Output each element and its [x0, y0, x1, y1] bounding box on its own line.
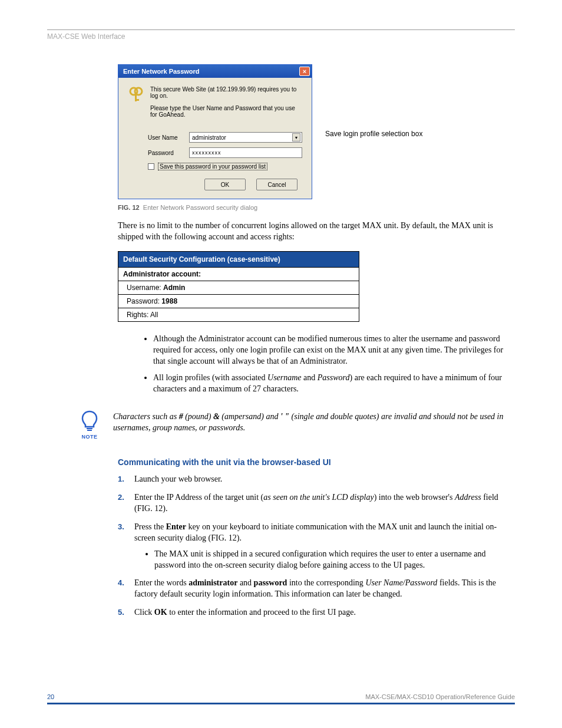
dialog-title: Enter Network Password	[123, 68, 200, 75]
page-header: MAX-CSE Web Interface	[47, 32, 515, 41]
step-item: Launch your web browser.	[118, 474, 513, 485]
cancel-button[interactable]: Cancel	[256, 179, 297, 190]
list-item: All login profiles (with associated User…	[153, 373, 513, 395]
page-number: 20	[47, 693, 54, 700]
table-row: Administrator account:	[118, 267, 359, 281]
list-item: The MAX unit is shipped in a secured con…	[154, 549, 513, 571]
step-item: Press the Enter key on your keyboard to …	[118, 522, 513, 571]
save-password-checkbox[interactable]	[148, 163, 154, 170]
callout-text: Save login profile selection box	[325, 130, 422, 139]
username-value: administrator	[192, 134, 226, 141]
dialog-line1: This secure Web Site (at 192.199.99.99) …	[150, 86, 302, 99]
note-text: Characters such as # (pound) & (ampersan…	[113, 409, 513, 434]
section-heading: Communicating with the unit via the brow…	[118, 457, 513, 467]
steps-list: Launch your web browser.Enter the IP Add…	[118, 474, 513, 618]
table-row: Password: 1988	[118, 294, 359, 308]
page-footer: 20 MAX-CSE/MAX-CSD10 Operation/Reference…	[47, 693, 515, 704]
list-item: Although the Administrator account can b…	[153, 334, 513, 367]
table-row: Username: Admin	[118, 281, 359, 294]
chevron-down-icon[interactable]: ▼	[292, 133, 300, 141]
info-bullets: Although the Administrator account can b…	[153, 334, 513, 395]
step-item: Click OK to enter the information and pr…	[118, 607, 513, 618]
dialog-titlebar: Enter Network Password ×	[118, 65, 312, 78]
figure-caption: FIG. 12 Enter Network Password security …	[118, 204, 513, 211]
doc-title: MAX-CSE/MAX-CSD10 Operation/Reference Gu…	[365, 693, 515, 700]
username-input[interactable]: administrator ▼	[189, 132, 302, 143]
table-row: Rights: All	[118, 308, 359, 321]
table-header: Default Security Configuration (case-sen…	[118, 251, 359, 267]
key-icon	[128, 86, 144, 124]
password-label: Password	[148, 150, 183, 156]
note-icon: NOTE	[77, 409, 103, 440]
dialog-line2: Please type the User Name and Password t…	[150, 105, 302, 118]
default-config-table: Default Security Configuration (case-sen…	[118, 251, 359, 322]
svg-rect-3	[135, 99, 139, 101]
note-label: NOTE	[77, 434, 103, 440]
intro-paragraph: There is no limit to the number of concu…	[118, 220, 513, 243]
ok-button[interactable]: OK	[204, 179, 246, 190]
password-value: xxxxxxxxx	[192, 150, 300, 156]
username-label: User Name	[148, 134, 183, 141]
password-input[interactable]: xxxxxxxxx	[189, 147, 302, 158]
save-password-label: Save this password in your password list	[158, 163, 267, 170]
step-item: Enter the IP Address of the target unit …	[118, 492, 513, 515]
svg-point-1	[135, 88, 142, 95]
close-icon[interactable]: ×	[299, 67, 310, 76]
login-dialog: Enter Network Password ×	[118, 64, 312, 199]
step-item: Enter the words administrator and passwo…	[118, 578, 513, 600]
